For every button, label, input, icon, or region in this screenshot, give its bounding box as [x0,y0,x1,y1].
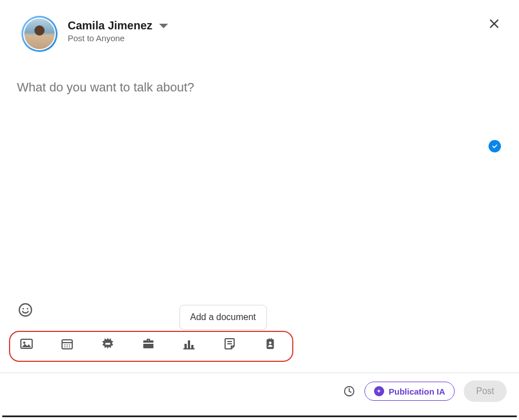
briefcase-icon [141,337,156,351]
profile-badge-icon [264,336,276,351]
footer-divider [0,373,519,373]
svg-point-14 [69,347,70,348]
avatar[interactable] [21,16,58,52]
close-button[interactable] [485,15,503,33]
svg-rect-18 [191,345,193,348]
ai-label: Publication IA [389,387,445,396]
starburst-icon [100,336,115,351]
composer-footer: Publication IA Post [343,380,507,402]
schedule-button[interactable] [343,385,355,397]
clock-icon [343,385,355,397]
user-name: Camila Jimenez [68,19,152,32]
svg-rect-19 [183,348,195,349]
avatar-inner [23,18,56,50]
smiley-icon [18,303,33,317]
post-button-label: Post [476,386,494,396]
svg-point-6 [23,342,25,344]
add-photo-button[interactable] [19,336,34,351]
add-event-button[interactable] [60,336,74,351]
composer-header: Camila Jimenez Post to Anyone [0,0,519,58]
avatar-image [24,19,55,49]
caret-down-icon [159,24,168,28]
add-job-button[interactable] [141,336,156,351]
tooltip-add-document: Add a document [179,305,267,330]
attachment-toolbar [19,336,278,351]
add-profile-button[interactable] [263,336,278,351]
composer-area[interactable]: What do you want to talk about? [0,58,519,95]
svg-rect-17 [188,340,190,348]
document-icon [223,337,236,351]
svg-point-3 [23,308,24,310]
svg-point-11 [69,344,70,345]
post-button[interactable]: Post [464,380,507,402]
bottom-border [2,415,517,417]
photo-icon [19,337,34,351]
verified-badge [489,140,501,152]
create-poll-button[interactable] [182,336,196,351]
add-document-button[interactable] [222,336,237,351]
composer-placeholder: What do you want to talk about? [17,80,502,95]
tooltip-text: Add a document [190,312,256,322]
svg-point-12 [64,347,65,348]
svg-rect-15 [105,343,111,344]
svg-point-13 [67,347,68,348]
svg-point-9 [64,344,65,345]
svg-point-22 [269,342,272,344]
close-icon [488,18,500,30]
svg-point-4 [27,308,28,310]
sparkle-icon [374,386,384,396]
svg-point-2 [19,304,32,316]
ai-publication-button[interactable]: Publication IA [364,382,455,401]
svg-rect-16 [184,344,187,348]
svg-point-10 [67,344,68,345]
calendar-icon [60,337,74,351]
check-icon [491,143,498,150]
celebrate-button[interactable] [100,336,115,351]
emoji-button[interactable] [18,303,33,320]
bar-chart-icon [182,337,196,351]
visibility-label[interactable]: Post to Anyone [68,33,168,43]
author-selector[interactable]: Camila Jimenez [68,19,168,32]
